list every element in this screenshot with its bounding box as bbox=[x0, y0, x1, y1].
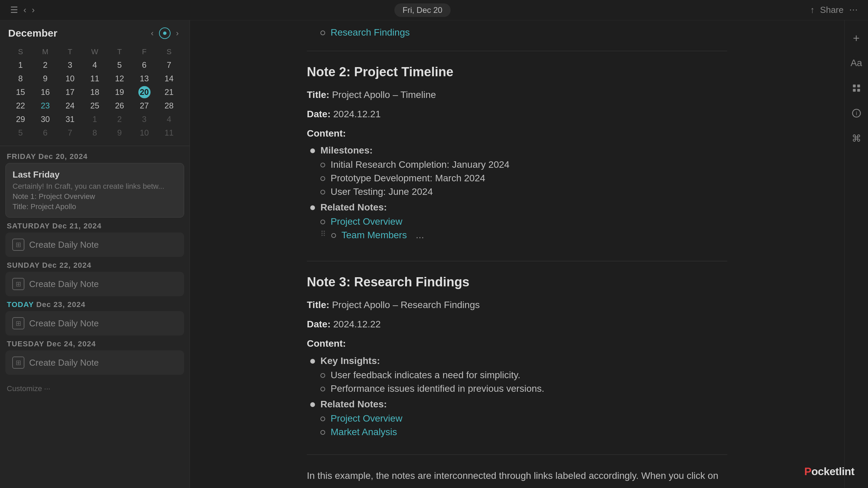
cal-day-18[interactable]: 18 bbox=[82, 85, 107, 99]
cal-day-4[interactable]: 4 bbox=[82, 58, 107, 72]
cal-day-jan3[interactable]: 3 bbox=[132, 113, 157, 126]
cal-day-jan8[interactable]: 8 bbox=[82, 126, 107, 140]
note2-related-sub: Project Overview ⠿ Team Members ··· bbox=[307, 216, 727, 244]
milestone-1: Initial Research Completion: January 202… bbox=[331, 159, 510, 170]
key-insights-label: Key Insights: bbox=[320, 355, 380, 366]
section-saturday: SATURDAY Dec 21, 2024 ⊞ Create Daily Not… bbox=[5, 222, 184, 257]
cal-day-jan9[interactable]: 9 bbox=[107, 126, 132, 140]
grid-icon[interactable] bbox=[849, 81, 864, 96]
info-icon[interactable]: i bbox=[849, 106, 864, 121]
project-overview-link-2[interactable]: Project Overview bbox=[331, 413, 402, 424]
cal-prev-btn[interactable]: ‹ bbox=[148, 27, 156, 39]
cal-day-12[interactable]: 12 bbox=[107, 72, 132, 85]
saturday-create-note[interactable]: ⊞ Create Daily Note bbox=[12, 239, 177, 251]
font-icon[interactable]: Aa bbox=[849, 56, 864, 70]
project-overview-link-1[interactable]: Project Overview bbox=[331, 216, 402, 227]
cal-day-jan1[interactable]: 1 bbox=[82, 113, 107, 126]
list-item: Initial Research Completion: January 202… bbox=[320, 159, 727, 170]
cal-day-19[interactable]: 19 bbox=[107, 85, 132, 99]
cal-day-11[interactable]: 11 bbox=[82, 72, 107, 85]
list-item: Related Notes: bbox=[310, 202, 727, 213]
cal-next-btn[interactable]: › bbox=[173, 27, 181, 39]
cal-day-14[interactable]: 14 bbox=[157, 72, 181, 85]
calendar: December ‹ › S M T W bbox=[0, 20, 190, 143]
saturday-note-label: Create Daily Note bbox=[29, 240, 99, 250]
cal-day-jan2[interactable]: 2 bbox=[107, 113, 132, 126]
tuesday-card[interactable]: ⊞ Create Daily Note bbox=[5, 350, 184, 375]
cal-day-23[interactable]: 23 bbox=[33, 99, 58, 113]
cal-day-1[interactable]: 1 bbox=[8, 58, 33, 72]
cal-day-16[interactable]: 16 bbox=[33, 85, 58, 99]
cal-day-25[interactable]: 25 bbox=[82, 99, 107, 113]
cal-day-8[interactable]: 8 bbox=[8, 72, 33, 85]
cal-day-15[interactable]: 15 bbox=[8, 85, 33, 99]
customize-btn[interactable]: Customize ··· bbox=[5, 379, 184, 399]
cmd-icon[interactable]: ⌘ bbox=[849, 131, 864, 146]
friday-card-sub1: Note 1: Project Overview bbox=[13, 192, 177, 201]
date-pill[interactable]: Fri, Dec 20 bbox=[394, 3, 450, 17]
note3-date: Date: 2024.12.22 bbox=[307, 317, 727, 332]
cal-day-17[interactable]: 17 bbox=[58, 85, 82, 99]
list-item: Prototype Development: March 2024 bbox=[320, 173, 727, 184]
svg-rect-2 bbox=[853, 89, 855, 92]
add-btn[interactable]: + bbox=[849, 30, 864, 45]
bullet-filled bbox=[310, 359, 315, 364]
market-analysis-link[interactable]: Market Analysis bbox=[331, 427, 397, 438]
cal-day-22[interactable]: 22 bbox=[8, 99, 33, 113]
list-item: Project Overview bbox=[320, 216, 727, 227]
cal-day-jan6[interactable]: 6 bbox=[33, 126, 58, 140]
cal-day-3[interactable]: 3 bbox=[58, 58, 82, 72]
calendar-grid: S M T W T F S 1 2 3 4 5 bbox=[8, 45, 181, 140]
sunday-card[interactable]: ⊞ Create Daily Note bbox=[5, 272, 184, 296]
friday-card-title: Last Friday bbox=[13, 169, 177, 180]
list-item: Performance issues identified in previou… bbox=[320, 383, 727, 394]
share-label[interactable]: Share bbox=[820, 5, 844, 15]
nav-back-icon[interactable]: ‹ bbox=[23, 5, 26, 15]
nav-forward-icon[interactable]: › bbox=[32, 5, 35, 15]
cal-day-jan10[interactable]: 10 bbox=[132, 126, 157, 140]
cal-day-20-today[interactable]: 20 bbox=[138, 86, 151, 98]
cal-today-btn[interactable] bbox=[159, 27, 171, 39]
milestones-label: Milestones: bbox=[320, 145, 373, 156]
cal-day-29[interactable]: 29 bbox=[8, 113, 33, 126]
note3-heading: Note 3: Research Findings bbox=[307, 275, 727, 289]
research-findings-link[interactable]: Research Findings bbox=[331, 27, 410, 38]
cal-day-10[interactable]: 10 bbox=[58, 72, 82, 85]
note2-related-list: Related Notes: bbox=[307, 202, 727, 213]
note3-related-list: Related Notes: bbox=[307, 399, 727, 410]
cal-day-21[interactable]: 21 bbox=[157, 85, 181, 99]
list-item: Market Analysis bbox=[320, 427, 727, 438]
sidebar-toggle-icon[interactable]: ☰ bbox=[10, 5, 18, 15]
cal-day-jan4[interactable]: 4 bbox=[157, 113, 181, 126]
cal-day-26[interactable]: 26 bbox=[107, 99, 132, 113]
cal-day-30[interactable]: 30 bbox=[33, 113, 58, 126]
more-icon[interactable]: ⋯ bbox=[849, 5, 858, 15]
friday-card[interactable]: Last Friday Certainly! In Craft, you can… bbox=[5, 163, 184, 218]
share-icon[interactable]: ↑ bbox=[810, 5, 815, 15]
cal-day-27[interactable]: 27 bbox=[132, 99, 157, 113]
cal-day-28[interactable]: 28 bbox=[157, 99, 181, 113]
cal-day-9[interactable]: 9 bbox=[33, 72, 58, 85]
today-create-note[interactable]: ⊞ Create Daily Note bbox=[12, 317, 177, 329]
friday-card-sub2: Title: Project Apollo bbox=[13, 202, 177, 211]
cal-day-jan7[interactable]: 7 bbox=[58, 126, 82, 140]
cal-day-6[interactable]: 6 bbox=[132, 58, 157, 72]
tuesday-create-note[interactable]: ⊞ Create Daily Note bbox=[12, 357, 177, 369]
cal-day-13[interactable]: 13 bbox=[132, 72, 157, 85]
cal-day-jan5[interactable]: 5 bbox=[8, 126, 33, 140]
team-members-link[interactable]: Team Members bbox=[341, 230, 407, 241]
today-card[interactable]: ⊞ Create Daily Note bbox=[5, 311, 184, 336]
cal-day-31[interactable]: 31 bbox=[58, 113, 82, 126]
saturday-card[interactable]: ⊞ Create Daily Note bbox=[5, 232, 184, 257]
cal-header-sun: S bbox=[8, 45, 33, 58]
three-dot-menu-btn[interactable]: ··· bbox=[412, 230, 428, 244]
cal-day-2[interactable]: 2 bbox=[33, 58, 58, 72]
cal-day-5[interactable]: 5 bbox=[107, 58, 132, 72]
section-today: TODAY Dec 23, 2024 ⊞ Create Daily Note bbox=[5, 300, 184, 336]
sunday-create-note[interactable]: ⊞ Create Daily Note bbox=[12, 278, 177, 290]
watermark-rest: ocketlint bbox=[811, 465, 854, 477]
drag-handle[interactable]: ⠿ bbox=[320, 230, 326, 239]
cal-day-24[interactable]: 24 bbox=[58, 99, 82, 113]
cal-day-7[interactable]: 7 bbox=[157, 58, 181, 72]
cal-day-jan11[interactable]: 11 bbox=[157, 126, 181, 140]
